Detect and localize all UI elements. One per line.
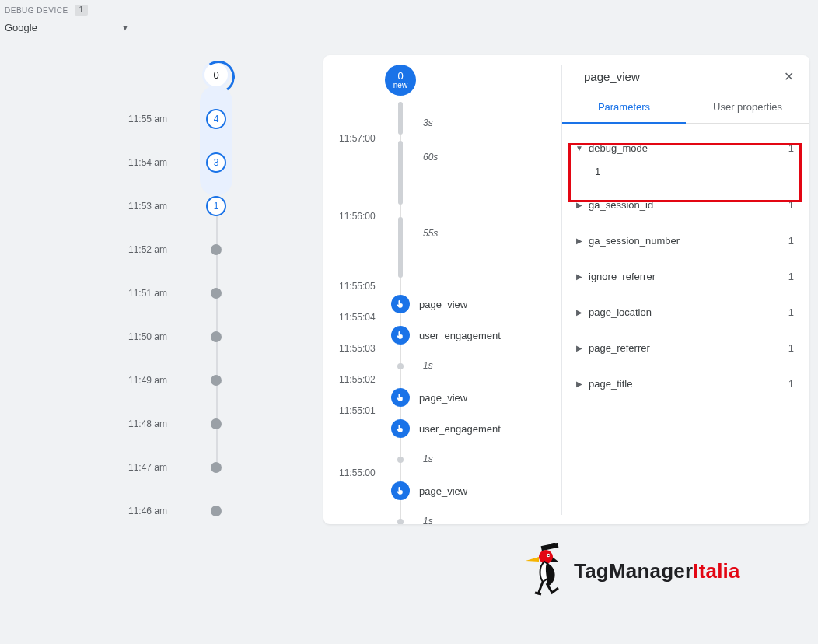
seconds-timeline: 0 new 11:57:0011:56:0011:55:0511:55:0411… xyxy=(323,55,561,524)
svg-point-4 xyxy=(548,555,550,556)
minute-time-label: 11:51 am xyxy=(128,288,167,299)
minute-selection-pill xyxy=(200,86,232,196)
minute-time-label: 11:49 am xyxy=(128,375,167,386)
close-icon[interactable]: ✕ xyxy=(784,69,794,84)
event-detail-title: page_view xyxy=(584,70,640,83)
parameter-row[interactable]: ▼ debug_mode 1 xyxy=(573,130,799,166)
parameter-count: 1 xyxy=(788,271,799,282)
touch-icon xyxy=(391,481,410,500)
timeline-event-label: page_view xyxy=(419,392,467,404)
minute-empty-dot xyxy=(211,244,222,255)
seconds-tick-label: 11:55:05 xyxy=(339,281,376,292)
caret-down-icon: ▼ xyxy=(573,144,586,152)
minute-empty-dot xyxy=(211,331,222,342)
parameter-row[interactable]: ▶ ga_session_id 1 xyxy=(573,187,799,222)
parameter-row[interactable]: ▶ page_title 1 xyxy=(573,366,799,401)
minute-time-label: 11:53 am xyxy=(128,201,167,212)
seconds-gap-dot xyxy=(397,457,404,463)
timeline-event[interactable]: page_view xyxy=(391,295,467,313)
tab-user-properties[interactable]: User properties xyxy=(686,92,809,123)
timeline-event[interactable]: page_view xyxy=(391,388,467,407)
new-events-counter[interactable]: 0 new xyxy=(385,65,416,96)
minute-row[interactable]: 11:51 am xyxy=(128,283,237,303)
minute-row[interactable]: 11:47 am xyxy=(128,457,237,478)
seconds-tick-label: 11:55:04 xyxy=(339,312,376,323)
parameter-count: 1 xyxy=(788,142,799,154)
tab-parameters[interactable]: Parameters xyxy=(562,92,686,124)
minute-time-label: 11:52 am xyxy=(128,244,167,255)
minute-time-label: 11:46 am xyxy=(128,506,167,516)
seconds-tick-label: 11:57:00 xyxy=(339,133,376,144)
timeline-event[interactable]: user_engagement xyxy=(391,326,501,345)
touch-icon xyxy=(391,295,410,313)
touch-icon xyxy=(391,388,410,407)
parameter-row[interactable]: ▶ page_referrer 1 xyxy=(573,330,799,366)
parameter-row[interactable]: ▶ ga_session_number 1 xyxy=(573,222,799,258)
minute-time-label: 11:55 am xyxy=(128,114,167,124)
seconds-gap-label: 3s xyxy=(423,117,433,128)
parameter-name: ignore_referrer xyxy=(586,271,788,282)
caret-right-icon: ▶ xyxy=(573,236,586,245)
event-stream-card: 0 new 11:57:0011:56:0011:55:0511:55:0411… xyxy=(323,55,809,524)
seconds-tick-label: 11:56:00 xyxy=(339,211,376,222)
minute-empty-dot xyxy=(211,288,222,299)
timeline-event-label: user_engagement xyxy=(419,423,501,435)
seconds-gap-segment xyxy=(398,102,403,135)
minute-row[interactable]: 11:55 am4 xyxy=(128,109,237,129)
parameter-count: 1 xyxy=(788,306,799,318)
minute-live-counter[interactable]: 0 xyxy=(202,61,230,89)
seconds-tick-label: 11:55:03 xyxy=(339,343,376,354)
seconds-tick-label: 11:55:02 xyxy=(339,374,376,385)
minute-row[interactable]: 11:46 am xyxy=(128,501,237,521)
minute-event-count: 3 xyxy=(206,152,226,173)
seconds-gap-label: 1s xyxy=(423,516,433,524)
caret-right-icon: ▶ xyxy=(573,201,586,209)
minute-row[interactable]: 11:52 am xyxy=(128,240,237,260)
parameter-row[interactable]: ▶ ignore_referrer 1 xyxy=(573,258,799,294)
timeline-event[interactable]: user_engagement xyxy=(391,419,501,438)
parameter-count: 1 xyxy=(788,235,799,247)
caret-right-icon: ▶ xyxy=(573,380,586,388)
caret-right-icon: ▶ xyxy=(573,344,586,352)
minute-row[interactable]: 11:48 am xyxy=(128,414,237,434)
device-select[interactable]: Google ▼ xyxy=(5,19,129,37)
minute-row[interactable]: 11:50 am xyxy=(128,327,237,347)
seconds-gap-label: 1s xyxy=(423,360,433,371)
parameter-name: ga_session_id xyxy=(586,199,788,211)
timeline-event-label: user_engagement xyxy=(419,330,501,341)
caret-right-icon: ▶ xyxy=(573,308,586,317)
parameter-name: page_title xyxy=(586,378,788,390)
timeline-event-label: page_view xyxy=(419,299,467,310)
parameter-value: 1 xyxy=(573,166,799,187)
parameter-name: page_referrer xyxy=(586,342,788,354)
seconds-gap-label: 55s xyxy=(423,228,438,239)
minute-row[interactable]: 11:49 am xyxy=(128,370,237,390)
minute-row[interactable]: 11:54 am3 xyxy=(128,152,237,173)
seconds-tick-label: 11:55:01 xyxy=(339,405,376,416)
parameter-name: debug_mode xyxy=(586,142,788,154)
minute-event-count: 1 xyxy=(206,196,226,216)
touch-icon xyxy=(391,419,410,438)
minute-row[interactable]: 11:53 am1 xyxy=(128,196,237,216)
seconds-gap-dot xyxy=(397,519,404,524)
seconds-gap-label: 1s xyxy=(423,453,433,464)
parameter-row[interactable]: ▶ page_location 1 xyxy=(573,294,799,330)
timeline-event[interactable]: page_view xyxy=(391,481,467,500)
seconds-gap-segment xyxy=(398,141,403,205)
minute-event-count: 4 xyxy=(206,109,226,129)
parameter-count: 1 xyxy=(788,378,799,390)
seconds-gap-segment xyxy=(398,217,403,278)
chevron-down-icon: ▼ xyxy=(121,23,129,32)
debug-device-label: DEBUG DEVICE xyxy=(5,6,68,15)
parameter-count: 1 xyxy=(788,199,799,211)
minute-time-label: 11:50 am xyxy=(128,331,167,342)
minute-empty-dot xyxy=(211,418,222,429)
brand-logo-text: TagManagerItalia xyxy=(574,559,740,583)
event-details-panel: page_view ✕ Parameters User properties ▼… xyxy=(562,55,809,524)
device-select-value: Google xyxy=(5,22,37,33)
timeline-event-label: page_view xyxy=(419,485,467,497)
brand-logo: TagManagerItalia xyxy=(521,543,740,599)
seconds-tick-label: 11:55:00 xyxy=(339,467,376,478)
minute-time-label: 11:48 am xyxy=(128,418,167,429)
woodpecker-icon xyxy=(521,543,568,599)
